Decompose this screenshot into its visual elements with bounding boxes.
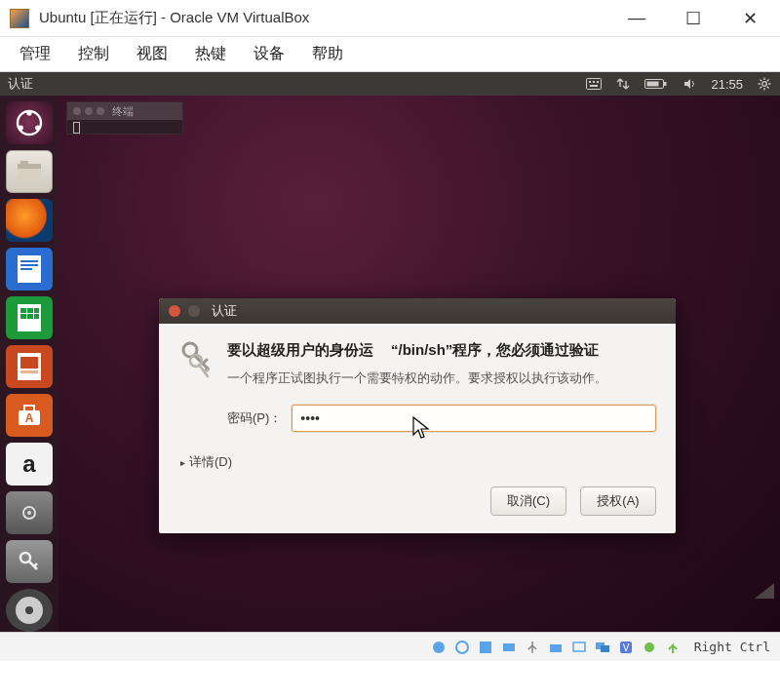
auth-subtitle: 一个程序正试图执行一个需要特权的动作。要求授权以执行该动作。 [227,369,656,387]
svg-point-20 [35,125,40,130]
keys-icon [178,339,214,382]
details-expander[interactable]: ▸详情(D) [180,453,656,471]
svg-rect-52 [503,643,515,651]
svg-rect-1 [589,81,591,83]
svg-rect-23 [20,161,28,165]
status-capture-icon[interactable] [642,640,657,655]
status-usb-icon[interactable] [525,640,540,655]
status-floppy-icon[interactable] [478,640,493,655]
svg-rect-29 [20,308,26,313]
menu-control[interactable]: 控制 [78,44,109,64]
svg-rect-31 [34,308,39,313]
launcher-libreoffice-impress[interactable] [6,345,53,388]
svg-rect-6 [664,82,667,86]
svg-point-49 [433,642,445,653]
svg-point-50 [456,642,468,653]
virtualbox-app-icon [10,9,29,28]
status-hostkey-icon[interactable] [665,640,681,655]
launcher-files[interactable] [6,150,53,193]
svg-point-59 [644,642,654,652]
maximize-button[interactable]: ☐ [679,8,708,29]
svg-rect-53 [550,644,562,652]
svg-rect-7 [647,82,659,87]
svg-rect-37 [20,370,38,373]
svg-rect-0 [587,79,602,90]
status-optical-icon[interactable] [454,640,470,655]
virtualbox-statusbar: V Right Ctrl [0,632,780,661]
svg-rect-27 [20,268,32,270]
menu-manage[interactable]: 管理 [20,44,51,64]
launcher-ubuntu-software[interactable]: A [6,394,53,437]
auth-heading: 要以超级用户的身份运“/bin/sh”程序，您必须通过验证 [227,339,656,360]
close-button[interactable]: ✕ [735,8,764,29]
svg-point-8 [762,82,767,87]
auth-dialog: 认证 要以超级用户的身份运“/bin/sh”程序，您必须通过验 [159,298,676,533]
launcher-disc[interactable] [6,589,53,632]
launcher-dash[interactable] [6,101,53,144]
menu-devices[interactable]: 设备 [254,44,285,64]
status-network-icon[interactable] [501,640,517,655]
status-display-icon[interactable] [571,640,587,655]
dialog-minimize-icon[interactable] [188,305,200,317]
svg-point-18 [26,110,31,115]
svg-rect-32 [20,314,26,319]
guest-display: 认证 21:55 [0,72,780,661]
authorize-button[interactable]: 授权(A) [580,486,656,516]
svg-rect-2 [593,81,595,83]
svg-line-14 [767,87,769,89]
virtualbox-titlebar: Ubuntu [正在运行] - Oracle VM VirtualBox — ☐… [0,0,780,37]
keyboard-icon[interactable] [586,76,602,92]
svg-text:V: V [622,642,629,653]
launcher-system-settings[interactable] [6,491,53,534]
svg-rect-36 [20,357,38,369]
launcher-seahorse[interactable] [6,540,53,583]
terminal-cursor [73,122,80,134]
launcher-amazon[interactable]: a [6,443,53,486]
svg-line-44 [34,564,37,566]
auth-dialog-titlebar[interactable]: 认证 [159,298,676,324]
launcher-libreoffice-writer[interactable] [6,248,53,291]
dialog-close-icon[interactable] [169,305,180,317]
svg-rect-3 [597,81,599,83]
terminal-title: 终端 [112,104,134,119]
terminal-window[interactable]: 终端 [66,101,183,135]
terminal-max-icon[interactable] [97,107,104,115]
minimize-button[interactable]: — [622,8,651,29]
svg-point-46 [25,606,33,614]
ubuntu-topbar: 认证 21:55 [0,72,780,96]
terminal-min-icon[interactable] [85,107,93,115]
svg-line-16 [760,87,761,89]
status-harddisk-icon[interactable] [431,640,447,655]
password-label: 密码(P)： [227,409,282,427]
svg-rect-26 [20,264,38,266]
cancel-button[interactable]: 取消(C) [490,486,566,516]
auth-dialog-title: 认证 [212,302,237,320]
status-shared-icon[interactable] [548,640,564,655]
svg-rect-33 [27,314,33,319]
battery-icon[interactable] [644,76,668,92]
svg-rect-22 [18,169,41,180]
svg-point-19 [19,125,23,130]
svg-line-13 [760,79,761,81]
ubuntu-desktop: A a 终端 [0,96,780,632]
unity-launcher: A a [0,96,58,632]
launcher-firefox[interactable] [6,199,53,242]
status-vrde-icon[interactable] [595,640,610,655]
menu-help[interactable]: 帮助 [312,44,343,64]
password-input[interactable] [292,405,656,432]
launcher-libreoffice-calc[interactable] [6,296,53,339]
menu-hotkeys[interactable]: 热键 [195,44,226,64]
svg-rect-56 [601,645,609,652]
svg-rect-51 [480,642,491,653]
topbar-clock[interactable]: 21:55 [711,77,743,92]
terminal-close-icon[interactable] [73,107,81,115]
network-icon[interactable] [615,76,631,92]
status-recording-icon[interactable]: V [618,640,634,655]
gear-icon[interactable] [757,76,772,92]
svg-rect-30 [27,308,33,313]
svg-rect-34 [34,314,39,319]
svg-point-41 [27,511,31,515]
sound-icon[interactable] [682,76,697,92]
hostkey-label: Right Ctrl [694,640,770,654]
menu-view[interactable]: 视图 [136,44,168,64]
